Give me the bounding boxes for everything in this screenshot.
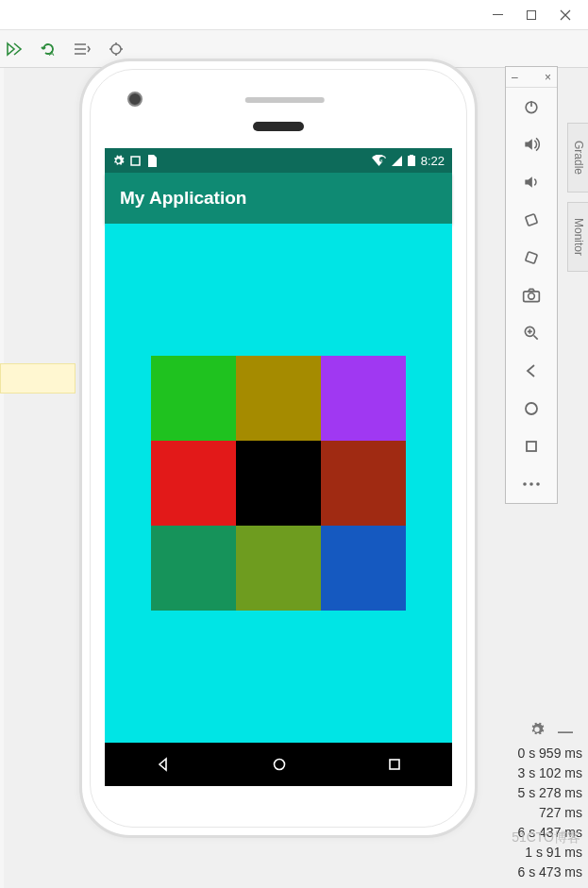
color-grid: [151, 356, 406, 611]
wifi-icon: x: [372, 155, 386, 166]
grid-cell-8: [321, 526, 406, 611]
grid-cell-4: [236, 441, 321, 526]
log-line: 3 s 102 ms: [484, 763, 582, 783]
grid-cell-5: [321, 441, 406, 526]
build-log-panel: — 0 s 959 ms 3 s 102 ms 5 s 278 ms 727 m…: [484, 721, 582, 882]
grid-cell-2: [321, 356, 406, 441]
device-speaker: [253, 122, 304, 131]
ide-highlighted-line: [0, 363, 76, 394]
window-minimize-button[interactable]: [492, 9, 503, 21]
svg-point-13: [529, 293, 535, 300]
window-maximize-button[interactable]: [526, 9, 537, 21]
emulator-recents-button[interactable]: [506, 427, 557, 465]
log-line: 727 ms: [484, 803, 582, 823]
svg-rect-16: [527, 442, 536, 451]
svg-rect-5: [408, 156, 415, 166]
app-title: My Application: [120, 188, 246, 209]
android-status-bar: x 8:22: [105, 148, 452, 173]
power-button[interactable]: [506, 88, 557, 126]
nav-recents-button[interactable]: [388, 758, 401, 771]
emulator-back-button[interactable]: [506, 352, 557, 390]
svg-rect-2: [131, 157, 140, 165]
svg-rect-6: [410, 155, 413, 156]
log-settings-icon[interactable]: [529, 721, 545, 744]
emulator-home-button[interactable]: [506, 390, 557, 427]
log-line: 6 s 473 ms: [484, 863, 582, 882]
grid-cell-1: [236, 356, 321, 441]
svg-point-15: [526, 403, 537, 414]
nav-home-button[interactable]: [272, 757, 287, 772]
device-screen[interactable]: x 8:22 My Application: [105, 148, 452, 786]
nav-back-button[interactable]: [156, 757, 171, 772]
track-icon[interactable]: [106, 39, 126, 59]
side-tab-gradle[interactable]: Gradle: [567, 123, 588, 193]
rerun-icon[interactable]: A: [38, 39, 59, 59]
svg-point-1: [111, 44, 121, 54]
log-line: 0 s 959 ms: [484, 744, 582, 763]
run-arrow-icon[interactable]: [4, 39, 25, 59]
os-titlebar: [0, 0, 588, 30]
sd-card-icon: [146, 155, 157, 167]
svg-point-19: [536, 482, 540, 486]
svg-text:A: A: [49, 49, 55, 58]
toggle-view-icon[interactable]: [72, 39, 92, 59]
log-collapse-icon[interactable]: —: [558, 721, 573, 744]
device-camera: [127, 92, 143, 107]
emulator-toolbar-header: – ×: [506, 67, 557, 88]
app-body: [105, 224, 452, 743]
emulator-toolbar: – ×: [505, 66, 558, 504]
rotate-left-button[interactable]: [506, 201, 557, 239]
battery-icon: [408, 155, 415, 166]
status-time: 8:22: [421, 154, 445, 168]
svg-rect-8: [390, 760, 399, 769]
android-nav-bar: [105, 743, 452, 786]
zoom-button[interactable]: [506, 314, 557, 352]
svg-point-7: [274, 760, 284, 770]
emulator-more-button[interactable]: [506, 465, 557, 503]
signal-icon: [392, 156, 402, 166]
watermark-text: 51CTO博客: [512, 829, 580, 846]
grid-cell-3: [151, 441, 236, 526]
grid-cell-6: [151, 526, 236, 611]
log-line: 5 s 278 ms: [484, 783, 582, 803]
ide-left-gutter: [0, 68, 4, 888]
svg-point-17: [523, 482, 527, 486]
svg-point-18: [529, 482, 533, 486]
side-tab-monitor[interactable]: Monitor: [567, 202, 588, 272]
svg-rect-11: [526, 252, 538, 264]
square-icon: [130, 156, 141, 166]
grid-cell-0: [151, 356, 236, 441]
window-close-button[interactable]: [560, 9, 571, 21]
volume-up-button[interactable]: [506, 126, 557, 163]
emulator-close-button[interactable]: ×: [545, 71, 551, 84]
grid-cell-7: [236, 526, 321, 611]
volume-down-button[interactable]: [506, 163, 557, 201]
emulator-minimize-button[interactable]: –: [512, 71, 518, 84]
screenshot-button[interactable]: [506, 276, 557, 314]
gear-icon: [112, 155, 125, 167]
rotate-right-button[interactable]: [506, 239, 557, 276]
device-sensor-slit: [245, 97, 325, 103]
svg-rect-10: [526, 214, 538, 226]
emulator-device-frame: x 8:22 My Application: [79, 59, 478, 838]
app-title-bar: My Application: [105, 173, 452, 224]
